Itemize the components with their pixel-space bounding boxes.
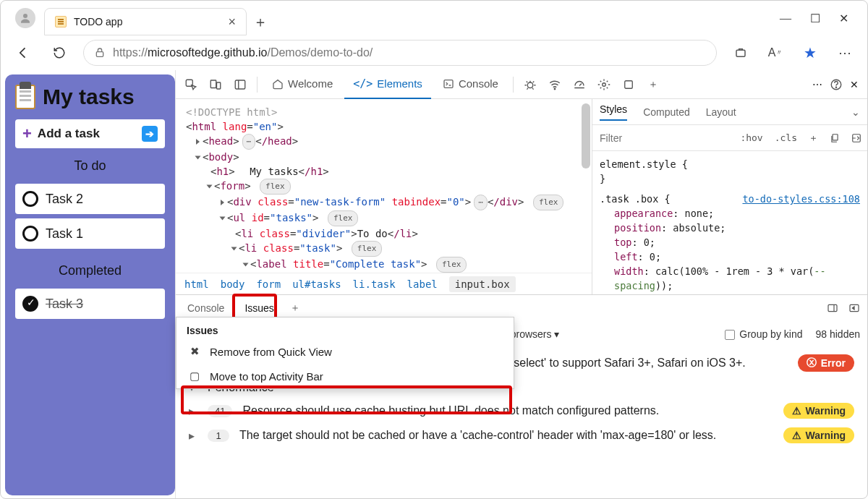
clipboard-icon — [15, 85, 35, 109]
tab-close-icon[interactable]: × — [228, 14, 236, 30]
svg-rect-5 — [217, 82, 221, 89]
add-tab-icon[interactable]: ＋ — [642, 74, 664, 95]
drawer: Console Issues ＋ Issues ✖Remove from Qui… — [176, 294, 867, 499]
warning-badge: ⚠ Warning — [783, 403, 854, 419]
expand-icon[interactable] — [848, 302, 860, 314]
titlebar: TODO app × ＋ — ☐ ✕ — [1, 1, 867, 35]
memory-icon[interactable] — [618, 74, 639, 95]
svg-rect-8 — [444, 80, 453, 88]
svg-rect-6 — [235, 80, 245, 89]
devtools-toolbar: Welcome </>Elements Console ＋ ⋯ ✕ — [176, 70, 867, 99]
svg-point-10 — [554, 88, 556, 90]
checkbox-icon[interactable] — [22, 191, 38, 207]
ctx-remove-item[interactable]: ✖Remove from Quick View — [176, 339, 514, 364]
hidden-count[interactable]: 98 hidden — [815, 328, 860, 340]
close-devtools-icon[interactable]: ✕ — [850, 79, 859, 90]
warning-badge: ⚠ Warning — [783, 427, 854, 443]
context-menu: Issues ✖Remove from Quick View ▢Move to … — [176, 317, 514, 389]
maximize-icon[interactable]: ☐ — [810, 12, 820, 25]
devtools: Welcome </>Elements Console ＋ ⋯ ✕ <!DOCT… — [175, 70, 867, 499]
tab-console[interactable]: Console — [434, 70, 507, 99]
browser-tab[interactable]: TODO app × — [44, 8, 247, 35]
url-box[interactable]: https://microsoftedge.github.io/Demos/de… — [83, 40, 717, 66]
cls-toggle[interactable]: .cls — [769, 132, 803, 143]
lock-icon[interactable] — [94, 47, 106, 59]
inspect-icon[interactable] — [180, 74, 202, 95]
url-text: https://microsoftedge.github.io/Demos/de… — [113, 46, 373, 59]
issue-row[interactable]: ▸41 Resource should use cache busting bu… — [186, 398, 857, 423]
copy-icon[interactable] — [824, 133, 846, 143]
favorite-star-icon[interactable]: ★ — [798, 40, 822, 65]
task-row-done[interactable]: Task 3 — [15, 289, 165, 319]
panel-icon[interactable] — [229, 74, 251, 95]
breadcrumbs[interactable]: htmlbodyformul#tasksli.tasklabelinput.bo… — [176, 273, 592, 294]
more-icon[interactable]: ⋯ — [812, 79, 822, 90]
svg-point-9 — [527, 82, 533, 88]
close-window-icon[interactable]: ✕ — [839, 12, 848, 25]
css-source-link[interactable]: to-do-styles.css:108 — [742, 192, 860, 206]
svg-rect-18 — [828, 304, 837, 311]
minimize-icon[interactable]: — — [780, 12, 791, 25]
menu-icon[interactable]: ⋯ — [833, 40, 857, 65]
styles-filter-input[interactable] — [592, 132, 734, 144]
group-by-kind[interactable]: Group by kind — [725, 328, 802, 340]
ctx-title: Issues — [176, 317, 514, 339]
help-icon[interactable] — [830, 78, 843, 91]
checkbox-checked-icon[interactable] — [22, 296, 38, 312]
svg-point-15 — [835, 87, 836, 88]
drawer-tab-issues[interactable]: Issues — [240, 299, 278, 317]
plus-icon: + — [22, 124, 32, 143]
svg-rect-4 — [210, 80, 216, 88]
drawer-add-icon[interactable]: ＋ — [290, 302, 300, 315]
profile-button[interactable] — [15, 8, 35, 28]
dock-side-icon[interactable] — [827, 302, 838, 314]
app-heading: My tasks — [15, 85, 165, 109]
issue-row[interactable]: ▸1 The target should not be cached or ha… — [186, 423, 857, 448]
tab-favicon — [55, 16, 67, 27]
refresh-button[interactable] — [47, 40, 72, 65]
styles-pane: Styles Computed Layout ⌄ :hov .cls ＋ ele… — [592, 99, 867, 294]
window-icon: ▢ — [188, 370, 201, 383]
back-button[interactable] — [11, 40, 35, 65]
tab-welcome[interactable]: Welcome — [263, 70, 341, 99]
chevron-down-icon[interactable]: ⌄ — [851, 106, 860, 118]
todo-app: My tasks + Add a task ➔ To do Task 2 Tas… — [5, 74, 175, 495]
hov-toggle[interactable]: :hov — [734, 132, 768, 143]
address-bar: https://microsoftedge.github.io/Demos/de… — [1, 35, 867, 70]
svg-rect-1 — [96, 52, 103, 57]
new-tab-button[interactable]: ＋ — [247, 8, 274, 35]
new-rule-icon[interactable]: ＋ — [803, 132, 824, 145]
section-completed: Completed — [15, 263, 165, 278]
dock-icon[interactable] — [846, 133, 867, 143]
device-icon[interactable] — [205, 74, 226, 95]
bug-icon[interactable] — [519, 74, 541, 95]
add-task-row[interactable]: + Add a task ➔ — [15, 119, 165, 148]
styles-tabs: Styles Computed Layout ⌄ — [592, 99, 867, 125]
ctx-move-item[interactable]: ▢Move to top Activity Bar — [176, 364, 514, 388]
tab-elements[interactable]: </>Elements — [344, 70, 431, 99]
section-todo: To do — [15, 158, 165, 174]
css-rules[interactable]: element.style { } to-do-styles.css:108.t… — [592, 151, 867, 294]
network-icon[interactable] — [544, 74, 566, 95]
tab-computed[interactable]: Computed — [643, 106, 690, 118]
checkbox-icon[interactable] — [22, 226, 38, 242]
task-row[interactable]: Task 2 — [15, 184, 165, 214]
read-aloud-icon[interactable]: A〃 — [763, 40, 788, 65]
svg-point-12 — [603, 82, 606, 86]
window-controls: — ☐ ✕ — [780, 12, 861, 25]
svg-rect-2 — [736, 50, 745, 56]
settings-gear-icon[interactable] — [593, 74, 615, 95]
drawer-tab-console[interactable]: Console — [183, 299, 229, 317]
svg-rect-13 — [625, 80, 633, 88]
app-icon[interactable] — [728, 40, 753, 65]
dom-tree[interactable]: <!DOCTYPE html> <html lang="en"> <head>⋯… — [176, 99, 592, 294]
svg-point-0 — [23, 14, 27, 18]
tab-title: TODO app — [74, 16, 122, 27]
tab-styles[interactable]: Styles — [600, 103, 627, 121]
submit-icon[interactable]: ➔ — [142, 126, 158, 142]
performance-icon[interactable] — [569, 74, 590, 95]
tab-layout[interactable]: Layout — [706, 106, 736, 118]
scrollbar[interactable] — [582, 103, 590, 169]
unpin-icon: ✖ — [188, 345, 201, 358]
task-row[interactable]: Task 1 — [15, 218, 165, 249]
